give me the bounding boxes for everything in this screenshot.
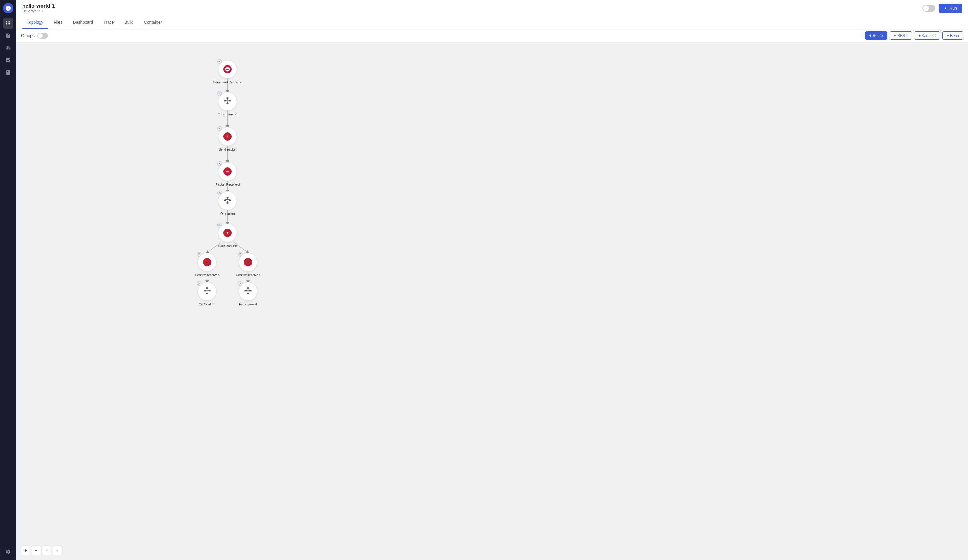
svg-point-36 (207, 262, 207, 263)
sidebar-item-settings[interactable] (3, 547, 13, 557)
node-on-confirm[interactable]: A (198, 282, 216, 301)
badge-on-command: A (217, 91, 222, 96)
run-button[interactable]: Run (939, 3, 962, 13)
sidebar-item-integrations[interactable] (3, 55, 13, 66)
svg-point-40 (248, 262, 248, 263)
kamelet-icon-send-packet (224, 132, 232, 140)
node-on-packet[interactable]: A (218, 192, 237, 210)
label-send-packet: Send packet (212, 148, 243, 151)
topology-view: K Command Received A (17, 42, 968, 560)
add-route-button[interactable]: + Route (865, 31, 887, 40)
label-send-confirm: Send confirm (209, 244, 246, 248)
sidebar-item-users[interactable] (3, 43, 13, 53)
svg-point-22 (226, 171, 227, 172)
label-confirm-received-2: Confirm received (226, 273, 270, 277)
svg-point-35 (206, 262, 206, 263)
node-command-received[interactable]: K (218, 60, 237, 79)
route-icon-on-confirm (203, 287, 211, 296)
header-left: hello-world-1 Hello World 1 (22, 3, 55, 13)
badge-for-approval: A (238, 281, 242, 286)
label-confirm-received-1: Confirm received (186, 273, 229, 277)
tab-dashboard[interactable]: Dashboard (68, 17, 98, 29)
svg-point-37 (208, 262, 208, 263)
route-icon-on-packet (224, 196, 232, 205)
label-command-received: Command Received (206, 80, 249, 84)
header: hello-world-1 Hello World 1 Run (17, 0, 968, 17)
badge-confirm-received-1: K (197, 252, 202, 257)
tab-topology[interactable]: Topology (22, 17, 48, 29)
sidebar-item-catalog[interactable] (3, 67, 13, 78)
svg-point-9 (226, 69, 227, 69)
route-icon-on-command (224, 97, 232, 106)
main-content: hello-world-1 Hello World 1 Run Topology… (17, 0, 968, 560)
node-confirm-received-1[interactable]: K (198, 253, 216, 271)
sidebar (0, 0, 17, 560)
tab-build[interactable]: Build (119, 17, 138, 29)
topology-canvas[interactable]: K Command Received A (17, 42, 968, 560)
node-for-approval[interactable]: A (239, 282, 257, 301)
header-right: Run (922, 3, 962, 13)
app-logo[interactable] (3, 3, 13, 13)
svg-rect-28 (227, 202, 229, 204)
sidebar-item-files[interactable] (3, 30, 13, 41)
svg-rect-42 (206, 287, 208, 289)
toolbar-left: Groups (21, 33, 48, 39)
svg-point-41 (249, 262, 249, 263)
badge-send-packet: K (217, 126, 222, 131)
header-toggle[interactable] (922, 5, 935, 12)
toolbar-right: + Route + REST + Kamelet + Bean (865, 31, 963, 40)
kamelet-icon-confirm-received-2 (244, 258, 252, 266)
node-send-confirm[interactable]: K (218, 224, 237, 242)
zoom-out-button[interactable]: − (31, 546, 41, 555)
label-for-approval: For approval (232, 302, 264, 306)
badge-packet-received: K (217, 161, 222, 166)
label-on-confirm: On Confirm (191, 302, 223, 306)
label-on-command: On command (212, 112, 243, 116)
zoom-in-button[interactable]: + (21, 546, 30, 555)
kamelet-icon-packet-received (224, 167, 232, 176)
topology-connections (17, 42, 968, 560)
svg-point-39 (247, 262, 247, 263)
zoom-controls: + − ⤢ ⤡ (21, 546, 62, 555)
toolbar: Groups + Route + REST + Kamelet + Bean (17, 29, 968, 42)
badge-command-received: K (217, 59, 222, 64)
kamelet-icon-send-confirm (224, 229, 232, 237)
svg-rect-25 (227, 197, 229, 198)
node-confirm-received-2[interactable]: K (239, 253, 257, 271)
svg-rect-15 (227, 103, 229, 104)
tab-container[interactable]: Container (139, 17, 167, 29)
tab-bar: Topology Files Dashboard Trace Build Con… (17, 17, 968, 29)
add-rest-button[interactable]: + REST (890, 31, 912, 40)
svg-point-24 (228, 171, 229, 172)
svg-point-11 (228, 69, 229, 69)
groups-toggle[interactable] (37, 33, 48, 39)
svg-rect-45 (206, 293, 208, 294)
node-on-command[interactable]: A (218, 92, 237, 111)
tab-files[interactable]: Files (49, 17, 67, 29)
sidebar-item-topology[interactable] (3, 18, 13, 29)
label-on-packet: On packet (212, 212, 243, 215)
app-name: hello-world-1 (22, 3, 55, 9)
node-packet-received[interactable]: K (218, 162, 237, 181)
badge-send-confirm: K (217, 223, 222, 227)
zoom-fit-button[interactable]: ⤡ (53, 546, 62, 555)
add-kamelet-button[interactable]: + Kamelet (914, 31, 940, 40)
kamelet-icon-confirm-received-1 (203, 258, 211, 266)
add-bean-button[interactable]: + Bean (942, 31, 963, 40)
svg-point-10 (227, 69, 228, 69)
node-send-packet[interactable]: K (218, 127, 237, 146)
svg-rect-12 (227, 97, 229, 99)
badge-confirm-received-2: K (238, 252, 242, 257)
route-icon-for-approval (244, 287, 252, 296)
svg-point-23 (227, 171, 228, 172)
zoom-reset-button[interactable]: ⤢ (42, 546, 51, 555)
kamelet-icon-command-received (224, 65, 232, 73)
groups-label: Groups (21, 33, 35, 38)
badge-on-confirm: A (197, 281, 202, 286)
label-packet-received: Packet Received (206, 183, 249, 186)
tab-trace[interactable]: Trace (99, 17, 118, 29)
svg-rect-53 (247, 293, 249, 294)
badge-on-packet: A (217, 190, 222, 195)
app-subtitle: Hello World 1 (22, 9, 55, 13)
svg-rect-50 (247, 287, 249, 289)
